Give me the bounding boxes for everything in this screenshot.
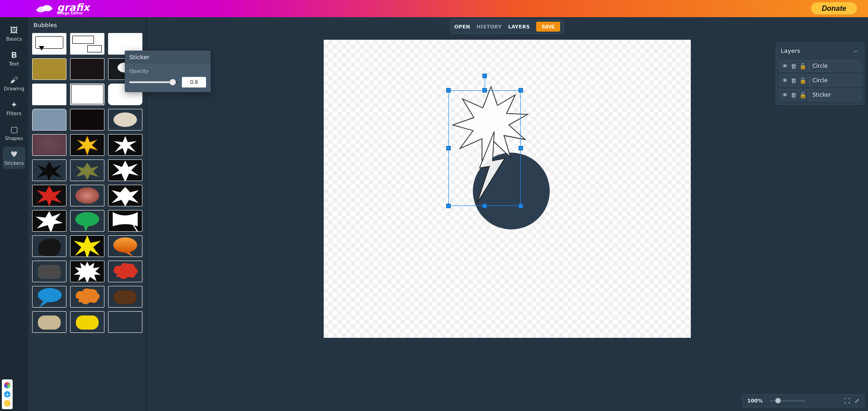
- open-button[interactable]: OPEN: [454, 24, 470, 30]
- sticker-thumb[interactable]: [108, 235, 142, 257]
- sticker-thumb[interactable]: [32, 261, 66, 282]
- brand-logo: grafix Image Editor: [34, 2, 90, 15]
- eye-icon[interactable]: 👁: [782, 92, 788, 98]
- brush-icon: 🖌: [4, 76, 24, 84]
- tool-filters[interactable]: ✦ Filters: [3, 97, 25, 119]
- sticker-thumb[interactable]: [108, 159, 142, 181]
- eye-icon[interactable]: 👁: [782, 63, 788, 70]
- sticker-thumb[interactable]: [70, 58, 104, 80]
- svg-marker-2: [113, 136, 137, 155]
- svg-marker-8: [112, 187, 139, 206]
- layer-name: Circle: [812, 77, 828, 84]
- sticker-thumb[interactable]: [32, 58, 66, 80]
- sticker-thumb[interactable]: [108, 261, 142, 282]
- sticker-thumb[interactable]: [70, 33, 104, 55]
- save-button[interactable]: SAVE: [536, 22, 560, 32]
- sticker-thumb[interactable]: [108, 185, 142, 206]
- sticker-thumb[interactable]: [70, 235, 104, 257]
- sticker-thumb[interactable]: [108, 134, 142, 156]
- sticker-thumb[interactable]: [108, 109, 142, 131]
- tool-label: Drawing: [4, 86, 24, 92]
- brand-mark-icon: [34, 4, 54, 14]
- trash-icon[interactable]: 🗑: [791, 77, 797, 84]
- tool-shapes[interactable]: ▢ Shapes: [3, 122, 25, 144]
- layer-row[interactable]: 👁 🗑 🔓 Circle: [779, 60, 861, 72]
- opacity-slider[interactable]: [129, 81, 178, 83]
- chevron-up-icon[interactable]: ︿: [854, 47, 859, 55]
- sticker-thumb[interactable]: [70, 286, 104, 308]
- bold-icon: B: [4, 51, 24, 59]
- slider-thumb[interactable]: [170, 79, 176, 85]
- layer-row[interactable]: 👁 🗑 🔓 Sticker: [779, 89, 861, 101]
- svg-rect-17: [38, 316, 60, 330]
- sticker-thumb[interactable]: [70, 185, 104, 206]
- resize-handle[interactable]: [446, 204, 451, 208]
- lock-icon[interactable]: 🔓: [799, 77, 807, 84]
- sticker-popup[interactable]: Sticker Opacity: [125, 51, 211, 92]
- tool-drawing[interactable]: 🖌 Drawing: [3, 72, 25, 94]
- sticker-thumb[interactable]: [32, 235, 66, 257]
- sticker-thumb[interactable]: [70, 210, 104, 232]
- separator: [809, 77, 810, 84]
- resize-handle[interactable]: [482, 88, 487, 93]
- sticker-thumb[interactable]: [32, 286, 66, 308]
- svg-point-10: [75, 212, 99, 226]
- layers-button[interactable]: LAYERS: [508, 24, 530, 30]
- sticker-thumb[interactable]: [32, 109, 66, 131]
- tool-text[interactable]: B Text: [3, 47, 25, 70]
- trash-icon[interactable]: 🗑: [791, 92, 797, 98]
- canvas-viewport[interactable]: [174, 40, 841, 401]
- sticker-thumb[interactable]: [32, 159, 66, 181]
- resize-handle[interactable]: [519, 204, 523, 208]
- svg-marker-9: [36, 211, 63, 232]
- sticker-thumb[interactable]: [70, 261, 104, 282]
- layer-name: Sticker: [812, 92, 831, 98]
- sticker-thumb[interactable]: [70, 311, 104, 333]
- resize-handle[interactable]: [519, 88, 523, 93]
- sticker-thumb[interactable]: [108, 286, 142, 308]
- fit-screen-icon[interactable]: ⛶: [844, 397, 850, 404]
- sticker-thumb[interactable]: [108, 311, 142, 333]
- tool-label: Basics: [4, 36, 24, 42]
- sticker-thumb[interactable]: [32, 33, 66, 55]
- resize-handle[interactable]: [446, 146, 451, 150]
- image-icon: 🖼: [4, 26, 24, 34]
- resize-handle[interactable]: [482, 204, 487, 208]
- opacity-input[interactable]: [182, 77, 206, 88]
- slider-fill: [129, 81, 173, 83]
- zoom-slider[interactable]: [769, 400, 805, 402]
- lock-icon[interactable]: 🔓: [799, 63, 807, 70]
- sticker-thumb[interactable]: [32, 134, 66, 156]
- trash-icon[interactable]: 🗑: [791, 63, 797, 70]
- sticker-thumb[interactable]: [70, 134, 104, 156]
- sticker-thumb[interactable]: [70, 159, 104, 181]
- svg-rect-16: [113, 290, 136, 304]
- sticker-thumb[interactable]: [70, 84, 104, 105]
- resize-handle[interactable]: [446, 88, 451, 93]
- layer-row[interactable]: 👁 🗑 🔓 Circle: [779, 75, 861, 86]
- sticker-thumb[interactable]: [32, 210, 66, 232]
- sticker-thumb[interactable]: [70, 109, 104, 131]
- eye-icon[interactable]: 👁: [782, 77, 788, 84]
- ad-close-icon[interactable]: ▷: [9, 380, 12, 384]
- sticker-thumb[interactable]: [32, 185, 66, 206]
- selection-box[interactable]: [448, 90, 521, 206]
- donate-button[interactable]: Donate: [811, 2, 857, 15]
- side-ad-widget[interactable]: ▷ +: [2, 379, 13, 409]
- sticker-thumb[interactable]: [32, 311, 66, 333]
- lock-icon[interactable]: 🔓: [799, 92, 807, 98]
- tool-stickers[interactable]: ♥ Stickers: [3, 147, 25, 169]
- svg-point-15: [38, 288, 61, 302]
- rotation-handle[interactable]: [482, 74, 487, 78]
- zoom-bar: 100% ⛶ ⤢: [742, 394, 864, 407]
- history-button[interactable]: HISTORY: [476, 24, 502, 30]
- artboard[interactable]: [324, 40, 691, 338]
- resize-handle[interactable]: [519, 146, 523, 150]
- tool-basics[interactable]: 🖼 Basics: [3, 23, 25, 45]
- sticker-thumb[interactable]: [108, 210, 142, 232]
- svg-marker-1: [76, 136, 98, 155]
- sticker-thumb[interactable]: [32, 84, 66, 105]
- fullscreen-icon[interactable]: ⤢: [854, 397, 859, 404]
- svg-marker-4: [75, 163, 98, 180]
- zoom-handle[interactable]: [775, 398, 781, 403]
